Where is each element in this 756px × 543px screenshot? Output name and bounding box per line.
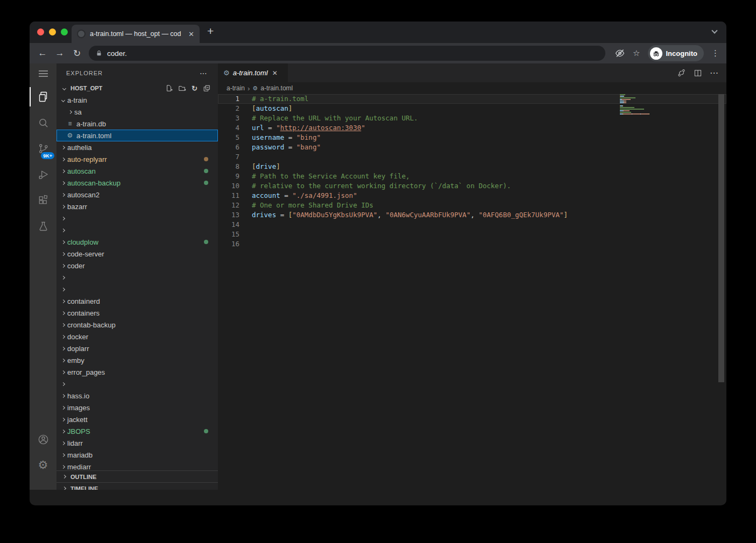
line-number: 5 (218, 133, 239, 142)
tree-item-blank[interactable] (56, 224, 218, 236)
tree-item-emby[interactable]: emby (56, 354, 218, 366)
line-number: 14 (218, 220, 239, 230)
tree-item-label: doplarr (67, 345, 89, 353)
code-line-14[interactable]: 14 (218, 220, 726, 230)
tree-item-autoscan2[interactable]: autoscan2 (56, 189, 218, 201)
tree-item-label: authelia (67, 144, 92, 152)
forward-button[interactable]: → (51, 48, 68, 59)
editor-tab-close-icon[interactable]: ✕ (272, 69, 278, 77)
tree-item-JBOPS[interactable]: JBOPS (56, 425, 218, 437)
code-line-11[interactable]: 11account = "./sa/4991.json" (218, 191, 726, 201)
code-line-7[interactable]: 7 (218, 152, 726, 162)
tree-item-label: a-train.db (76, 120, 106, 128)
tree-item-a-train[interactable]: a-train (56, 94, 218, 106)
testing-flask-icon[interactable] (30, 213, 56, 239)
settings-gear-icon[interactable]: ⚙ (30, 452, 56, 478)
tree-item-auto-replyarr[interactable]: auto-replyarr (56, 153, 218, 165)
incognito-label: Incognito (666, 49, 698, 58)
explorer-more-icon[interactable]: ⋯ (200, 69, 208, 77)
tree-item-hass.io[interactable]: hass.io (56, 390, 218, 402)
account-icon[interactable] (30, 426, 56, 452)
editor-more-actions-icon[interactable]: ⋯ (710, 68, 719, 78)
code-line-12[interactable]: 12# One or more Shared Drive IDs (218, 201, 726, 210)
zoom-button[interactable] (61, 28, 68, 35)
tree-item-autoscan[interactable]: autoscan (56, 165, 218, 177)
chevron-right-icon (59, 395, 67, 397)
tree-item-docker[interactable]: docker (56, 331, 218, 342)
tree-item-a-train.db[interactable]: ≡a-train.db (56, 118, 218, 130)
tree-item-containerd[interactable]: containerd (56, 295, 218, 307)
tree-item-error_pages[interactable]: error_pages (56, 366, 218, 378)
extensions-icon[interactable] (30, 187, 56, 213)
tree-item-lidarr[interactable]: lidarr (56, 437, 218, 449)
outline-section-header[interactable]: OUTLINE (56, 470, 218, 482)
minimize-button[interactable] (49, 28, 56, 35)
code-line-10[interactable]: 10# relative to the current working dire… (218, 181, 726, 191)
source-control-icon[interactable]: 9K+ (30, 135, 56, 161)
tree-item-authelia[interactable]: authelia (56, 141, 218, 153)
code-line-5[interactable]: 5username = "bing" (218, 133, 726, 142)
refresh-icon[interactable]: ↻ (192, 84, 197, 92)
breadcrumb-file[interactable]: a-train.toml (260, 84, 293, 92)
line-number: 16 (218, 239, 239, 249)
workspace-section-header[interactable]: HOST_OPT ↻ (56, 82, 218, 94)
url-bar[interactable]: coder. (89, 46, 605, 61)
tree-item-blank[interactable] (56, 212, 218, 224)
eye-blocked-icon[interactable] (614, 48, 625, 59)
menu-hamburger-icon[interactable] (30, 63, 56, 84)
tree-item-label: bazarr (67, 203, 87, 211)
new-file-icon[interactable] (165, 84, 173, 92)
settings-file-icon: ⚙ (66, 132, 74, 139)
search-icon[interactable] (30, 110, 56, 135)
file-gear-icon: ⚙ (223, 69, 230, 77)
tree-item-autoscan-backup[interactable]: autoscan-backup (56, 177, 218, 189)
chevron-right-icon (59, 324, 67, 326)
code-line-13[interactable]: 13drives = ["0AMdbDu5YgKbsUk9PVA", "0AN6… (218, 210, 726, 220)
code-line-6[interactable]: 6password = "bang" (218, 142, 726, 152)
code-line-16[interactable]: 16 (218, 239, 726, 249)
tree-item-images[interactable]: images (56, 402, 218, 413)
tree-item-blank[interactable] (56, 378, 218, 390)
chevron-right-icon (59, 454, 67, 456)
close-button[interactable] (37, 28, 44, 35)
new-folder-icon[interactable] (178, 84, 186, 92)
tree-item-mediarr[interactable]: mediarr (56, 461, 218, 470)
split-editor-icon[interactable] (694, 69, 702, 77)
tree-item-crontab-backup[interactable]: crontab-backup (56, 319, 218, 331)
tab-close-icon[interactable]: ✕ (188, 30, 194, 38)
browser-tab[interactable]: a-train.toml — host_opt — cod ✕ (72, 25, 200, 43)
breadcrumb-folder[interactable]: a-train (227, 84, 245, 92)
tree-item-bazarr[interactable]: bazarr (56, 201, 218, 212)
tree-item-sa[interactable]: sa (56, 106, 218, 118)
code-line-9[interactable]: 9# Path to the Service Account key file, (218, 172, 726, 181)
tree-item-blank[interactable] (56, 272, 218, 283)
tree-item-coder[interactable]: coder (56, 260, 218, 272)
minimap[interactable] (620, 94, 663, 120)
tree-item-cloudplow[interactable]: cloudplow (56, 236, 218, 248)
chevron-right-icon (59, 265, 67, 267)
timeline-section-header[interactable]: TIMELINE (56, 482, 218, 490)
tree-item-containers[interactable]: containers (56, 307, 218, 319)
tree-item-a-train.toml[interactable]: ⚙a-train.toml (56, 130, 218, 141)
tree-item-jackett[interactable]: jackett (56, 413, 218, 425)
run-debug-icon[interactable] (30, 161, 56, 187)
code-line-4[interactable]: 4url = "http://autoscan:3030" (218, 123, 726, 133)
tree-item-code-server[interactable]: code-server (56, 248, 218, 260)
tree-item-blank[interactable] (56, 283, 218, 295)
tab-list-chevron-icon[interactable] (711, 27, 717, 33)
editor-scrollbar[interactable] (718, 94, 724, 382)
browser-menu-icon[interactable]: ⋮ (711, 48, 720, 58)
reload-button[interactable]: ↻ (68, 48, 86, 59)
explorer-title: EXPLORER (66, 70, 103, 76)
open-changes-icon[interactable] (677, 68, 686, 77)
code-line-8[interactable]: 8[drive] (218, 162, 726, 172)
explorer-icon[interactable] (30, 84, 56, 110)
new-tab-button[interactable]: + (207, 25, 214, 38)
tree-item-doplarr[interactable]: doplarr (56, 342, 218, 354)
editor-tab[interactable]: ⚙ a-train.toml ✕ (218, 63, 288, 82)
back-button[interactable]: ← (34, 48, 51, 59)
collapse-all-icon[interactable] (203, 84, 210, 92)
code-line-15[interactable]: 15 (218, 230, 726, 239)
tree-item-mariadb[interactable]: mariadb (56, 449, 218, 461)
bookmark-star-icon[interactable]: ☆ (633, 48, 640, 58)
